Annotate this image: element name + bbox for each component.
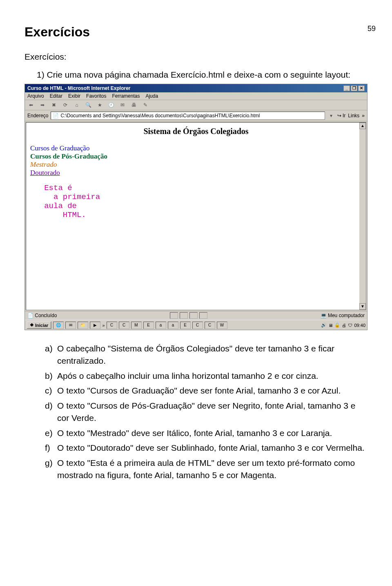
menubar: Arquivo Editar Exibir Favoritos Ferramen…	[25, 92, 367, 100]
quicklaunch-icon[interactable]: ▶	[90, 322, 100, 329]
item-text: O texto "Cursos de Graduação" deve ser f…	[57, 385, 368, 397]
item-label: e)	[45, 427, 57, 439]
status-seg	[170, 312, 178, 319]
item-text: O cabeçalho "Sistema de Órgãos Colegiado…	[57, 342, 368, 367]
scroll-up-icon[interactable]: ▲	[359, 123, 366, 129]
quicklaunch-icon[interactable]: ✉	[65, 322, 76, 329]
quicklaunch-icon[interactable]: 📁	[78, 322, 88, 329]
edit-icon[interactable]: ✎	[142, 101, 149, 109]
forward-icon[interactable]: ➡	[39, 101, 46, 109]
system-tray: 🔊 🖥 🔒 🖨 🛡 09:40	[321, 322, 365, 328]
mail-icon[interactable]: ✉	[119, 101, 126, 109]
menu-arquivo[interactable]: Arquivo	[27, 93, 44, 99]
address-bar: Endereço 📄 C:\Documents and Settings\Van…	[25, 110, 367, 121]
task-item[interactable]: a	[168, 322, 178, 329]
status-left: 📄 Concluído	[27, 313, 57, 318]
page-number: 59	[368, 25, 376, 33]
back-icon[interactable]: ⬅	[27, 101, 35, 109]
item-label: d)	[45, 400, 57, 425]
address-input[interactable]: 📄 C:\Documents and Settings\Vanessa\Meus…	[51, 112, 325, 120]
exercise-list: a) O cabeçalho "Sistema de Órgãos Colegi…	[45, 342, 368, 481]
list-item: e) O texto "Mestrado" deve ser Itálico, …	[45, 427, 368, 439]
dropdown-icon[interactable]: ▾	[327, 112, 335, 119]
page-title: Exercícios	[24, 25, 368, 40]
tray-icon[interactable]: 🔒	[334, 322, 340, 328]
list-item: b) Após o cabeçalho incluir uma linha ho…	[45, 370, 368, 382]
menu-ferramentas[interactable]: Ferramentas	[112, 93, 140, 99]
taskbar: ❖ Iniciar 🌐 ✉ 📁 ▶ » C C M E a a E C C W …	[25, 320, 367, 330]
document-page: 59 Exercícios Exercícios: 1) Crie uma no…	[0, 25, 392, 500]
chevron-right-icon[interactable]: »	[362, 113, 365, 119]
titlebar: Curso de HTML - Microsoft Internet Explo…	[25, 84, 367, 92]
minimize-button[interactable]: _	[343, 85, 350, 91]
item-text: O texto "Doutorado" deve ser Sublinhado,…	[57, 442, 368, 454]
task-item[interactable]: C	[107, 322, 117, 329]
line-pos-graduacao: Cursos de Pós-Graduação	[30, 152, 362, 161]
history-icon[interactable]: 🕘	[107, 101, 115, 109]
item-label: a)	[45, 342, 57, 367]
item-text: O texto "Mestrado" deve ser Itálico, fon…	[57, 427, 368, 439]
task-item[interactable]: C	[205, 322, 215, 329]
status-segments	[170, 312, 207, 319]
statusbar: 📄 Concluído 💻 Meu computador	[25, 311, 367, 320]
address-label: Endereço	[27, 113, 48, 119]
list-item: f) O texto "Doutorado" deve ser Sublinha…	[45, 442, 368, 454]
tray-icon[interactable]: 🔊	[321, 322, 327, 328]
list-item: d) O texto "Cursos de Pós-Graduação" dev…	[45, 400, 368, 425]
line-mestrado: Mestrado	[30, 161, 362, 169]
status-seg	[189, 312, 198, 319]
menu-favoritos[interactable]: Favoritos	[86, 93, 106, 99]
item-text: O texto "Esta é a primeira aula de HTML"…	[57, 457, 368, 482]
task-item[interactable]: M	[131, 322, 142, 329]
menu-exibir[interactable]: Exibir	[68, 93, 80, 99]
start-label: Iniciar	[35, 323, 48, 328]
refresh-icon[interactable]: ⟳	[62, 101, 69, 109]
subtitle: Exercícios:	[24, 52, 368, 62]
menu-ajuda[interactable]: Ajuda	[145, 93, 158, 99]
tray-icon[interactable]: 🛡	[348, 323, 352, 328]
window-buttons: _ ❐ ✕	[343, 85, 365, 91]
close-button[interactable]: ✕	[358, 85, 365, 91]
tray-icon[interactable]: 🖥	[328, 323, 333, 328]
item-label: g)	[45, 457, 57, 482]
menu-editar[interactable]: Editar	[50, 93, 62, 99]
list-item: c) O texto "Cursos de Graduação" deve se…	[45, 385, 368, 397]
quicklaunch-icon[interactable]: 🌐	[53, 322, 64, 329]
home-icon[interactable]: ⌂	[73, 101, 80, 109]
item-text: Após o cabeçalho incluir uma linha horiz…	[57, 370, 368, 382]
status-seg	[180, 312, 188, 319]
task-item[interactable]: a	[156, 322, 166, 329]
line-graduacao: Cursos de Graduação	[30, 144, 362, 152]
go-button[interactable]: ↪ Ir	[337, 113, 346, 119]
task-item[interactable]: C	[119, 322, 129, 329]
tray-icon[interactable]: 🖨	[342, 323, 346, 328]
window-title: Curso de HTML - Microsoft Internet Explo…	[27, 85, 130, 91]
windows-icon: ❖	[30, 322, 34, 328]
search-icon[interactable]: 🔍	[85, 101, 92, 109]
status-seg	[199, 312, 207, 319]
preformatted-text: Esta é a primeira aula de HTML.	[30, 183, 362, 219]
item-label: b)	[45, 370, 57, 382]
status-zone: 💻 Meu computador	[321, 313, 365, 318]
item-label: c)	[45, 385, 57, 397]
task-item[interactable]: C	[192, 322, 203, 329]
list-item: g) O texto "Esta é a primeira aula de HT…	[45, 457, 368, 482]
start-button[interactable]: ❖ Iniciar	[27, 321, 51, 329]
scroll-down-icon[interactable]: ▼	[359, 303, 366, 310]
task-item[interactable]: W	[217, 322, 227, 329]
links-label[interactable]: Links	[348, 113, 359, 119]
content-heading: Sistema de Órgãos Colegiados	[30, 127, 362, 136]
scrollbar[interactable]: ▲ ▼	[359, 123, 366, 310]
item-text: O texto "Cursos de Pós-Graduação" deve s…	[57, 400, 368, 425]
ie-page-icon: 📄	[53, 113, 59, 119]
favorites-icon[interactable]: ★	[96, 101, 103, 109]
print-icon[interactable]: 🖶	[130, 101, 138, 109]
browser-screenshot: Curso de HTML - Microsoft Internet Explo…	[24, 84, 368, 330]
maximize-button[interactable]: ❐	[351, 85, 357, 91]
task-item[interactable]: E	[180, 322, 191, 329]
address-value: C:\Documents and Settings\Vanessa\Meus d…	[60, 113, 260, 119]
question-1: 1) Crie uma nova página chamada Exercíci…	[37, 70, 368, 80]
stop-icon[interactable]: ✖	[50, 101, 58, 109]
chevron-right-icon[interactable]: »	[102, 323, 105, 328]
task-item[interactable]: E	[143, 322, 154, 329]
